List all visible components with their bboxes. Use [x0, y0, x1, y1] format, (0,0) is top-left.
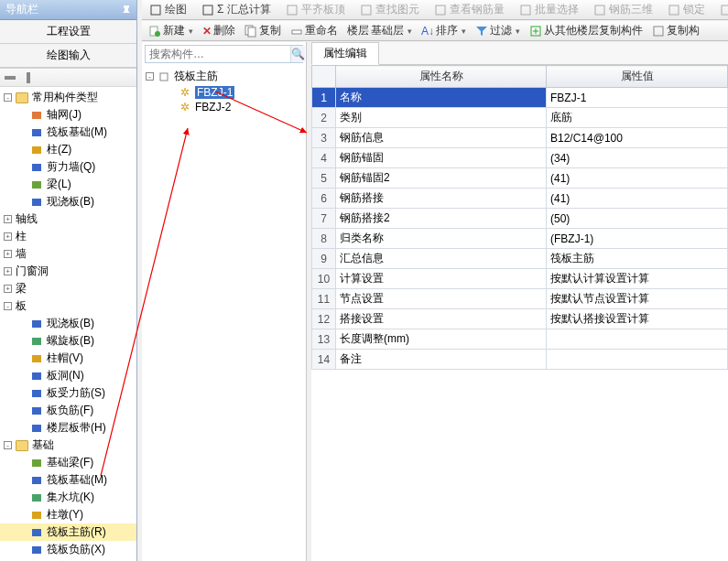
expand-icon[interactable]: [4, 71, 16, 84]
toolbar-item: 批量选择: [516, 2, 582, 17]
table-row[interactable]: 7钢筋搭接2(50): [312, 209, 728, 229]
nav-tree: -常用构件类型轴网(J)筏板基础(M)柱(Z)剪力墙(Q)梁(L)现浇板(B)+…: [0, 87, 136, 561]
svg-rect-15: [32, 181, 41, 189]
floor-dropdown[interactable]: 楼层 基础层: [342, 23, 417, 38]
tree-item[interactable]: 筏板基础(M): [0, 124, 136, 141]
nav-panel: 导航栏 工程设置 绘图输入 -常用构件类型轴网(J)筏板基础(M)柱(Z)剪力墙…: [0, 0, 137, 561]
svg-rect-25: [32, 477, 41, 484]
table-row[interactable]: 5钢筋锚固2(41): [312, 168, 728, 189]
svg-rect-8: [722, 5, 728, 15]
tree-item[interactable]: 剪力墙(Q): [0, 158, 136, 176]
table-row[interactable]: 4钢筋锚固(34): [312, 148, 728, 168]
delete-button[interactable]: ✕删除: [198, 23, 240, 38]
tree-item[interactable]: 现浇板(B): [0, 193, 136, 210]
svg-rect-3: [362, 5, 371, 15]
tree-item[interactable]: 螺旋板(B): [0, 332, 136, 350]
search-input[interactable]: [146, 46, 290, 62]
table-row[interactable]: 6钢筋搭接(41): [312, 189, 728, 209]
toolbar-item: 查看钢筋量: [430, 2, 508, 17]
toolbar-item[interactable]: 绘图: [146, 2, 190, 17]
new-button[interactable]: 新建: [144, 23, 198, 38]
table-row[interactable]: 9汇总信息筏板主筋: [312, 249, 728, 269]
svg-rect-18: [32, 338, 41, 345]
tree-item[interactable]: 筏板主筋(R): [0, 523, 136, 541]
table-row[interactable]: 8归类名称(FBZJ-1): [312, 229, 728, 249]
svg-rect-11: [32, 112, 41, 119]
svg-rect-7: [669, 5, 679, 15]
svg-rect-13: [32, 146, 41, 154]
component-tree: -筏板主筋✲FBZJ-1✲FBZJ-2: [142, 66, 306, 116]
filter-dropdown[interactable]: 过滤: [471, 23, 525, 38]
toolbar-item[interactable]: Σ 汇总计算: [198, 2, 275, 17]
table-row[interactable]: 12搭接设置按默认搭接设置计算: [312, 309, 728, 329]
tree-item[interactable]: 柱帽(V): [0, 350, 136, 367]
svg-rect-5: [521, 5, 530, 15]
table-row[interactable]: 14备注: [312, 350, 728, 370]
svg-rect-6: [595, 5, 604, 15]
tree-group[interactable]: +柱: [0, 228, 136, 245]
tree-item[interactable]: 基础梁(F): [0, 454, 136, 471]
tree-item[interactable]: 板受力筋(S): [0, 384, 136, 402]
table-row[interactable]: 11节点设置按默认节点设置计算: [312, 289, 728, 309]
toolbar-item: 锁定: [664, 2, 709, 17]
svg-rect-10: [27, 72, 30, 83]
svg-rect-28: [32, 529, 41, 536]
tree-item[interactable]: 筏板基础(M): [0, 471, 136, 489]
svg-rect-29: [32, 546, 41, 554]
tree-group[interactable]: -板: [0, 297, 136, 315]
svg-rect-37: [248, 27, 255, 37]
rename-button[interactable]: 重命名: [286, 23, 342, 38]
tree-group[interactable]: +墙: [0, 245, 136, 263]
svg-rect-17: [32, 320, 41, 328]
tab-prop-edit[interactable]: 属性编辑: [311, 42, 379, 65]
copy-from-floor-button[interactable]: 从其他楼层复制构件: [525, 23, 647, 38]
tree-group[interactable]: +门窗洞: [0, 263, 136, 280]
property-panel: 属性编辑 属性名称属性值1名称FBZJ-12类别底筋3钢筋信息B12/C14@1…: [311, 42, 728, 561]
table-row[interactable]: 3钢筋信息B12/C14@100: [312, 128, 728, 148]
toolbar-item: 钢筋三维: [590, 2, 657, 17]
tree-item[interactable]: 柱(Z): [0, 141, 136, 158]
tree-group[interactable]: -常用构件类型: [0, 89, 136, 106]
tree-item[interactable]: 筏板负筋(X): [0, 541, 136, 558]
table-row[interactable]: 13长度调整(mm): [312, 329, 728, 350]
list-root[interactable]: -筏板主筋: [144, 68, 304, 85]
gear-icon: ✲: [180, 102, 191, 113]
tab-project-settings[interactable]: 工程设置: [0, 20, 136, 44]
svg-rect-22: [32, 407, 41, 415]
copy-component-button[interactable]: 复制构: [647, 23, 704, 38]
tree-item[interactable]: 轴网(J): [0, 106, 136, 124]
svg-rect-1: [203, 5, 212, 15]
toolbar-item: 解锁: [716, 2, 728, 17]
search-icon[interactable]: 🔍: [290, 46, 305, 62]
svg-rect-0: [151, 5, 160, 15]
table-row[interactable]: 2类别底筋: [312, 108, 728, 128]
sort-dropdown[interactable]: A↓排序: [417, 23, 471, 38]
table-row[interactable]: 1名称FBZJ-1: [312, 88, 728, 108]
collapse-icon[interactable]: [22, 71, 35, 84]
tree-item[interactable]: 板洞(N): [0, 367, 136, 384]
tree-item[interactable]: 现浇板(B): [0, 315, 136, 332]
tree-item[interactable]: 柱墩(Y): [0, 506, 136, 523]
svg-rect-21: [32, 390, 41, 397]
component-list-panel: 🔍 -筏板主筋✲FBZJ-1✲FBZJ-2: [142, 42, 307, 561]
copy-button[interactable]: 复制: [240, 23, 286, 38]
tree-item[interactable]: 楼层板带(H): [0, 419, 136, 437]
tree-group[interactable]: +轴线: [0, 210, 136, 228]
pin-icon[interactable]: [122, 5, 131, 15]
property-grid[interactable]: 属性名称属性值1名称FBZJ-12类别底筋3钢筋信息B12/C14@1004钢筋…: [311, 65, 728, 370]
list-item[interactable]: ✲FBZJ-2: [144, 100, 304, 114]
mini-toolbar: [0, 69, 136, 87]
tree-group[interactable]: -基础: [0, 437, 136, 454]
tab-draw-input[interactable]: 绘图输入: [0, 44, 136, 68]
tree-group[interactable]: +梁: [0, 280, 136, 297]
tree-item[interactable]: 板负筋(F): [0, 402, 136, 419]
tab-row: 属性编辑: [311, 42, 728, 65]
tree-item[interactable]: 梁(L): [0, 176, 136, 193]
list-item[interactable]: ✲FBZJ-1: [144, 85, 304, 100]
gear-icon: ✲: [180, 87, 191, 98]
panel-header: 导航栏: [0, 0, 136, 20]
table-row[interactable]: 10计算设置按默认计算设置计算: [312, 269, 728, 289]
tree-item[interactable]: 集水坑(K): [0, 489, 136, 506]
svg-rect-20: [32, 372, 41, 380]
toolbar-item: 平齐板顶: [282, 2, 349, 17]
